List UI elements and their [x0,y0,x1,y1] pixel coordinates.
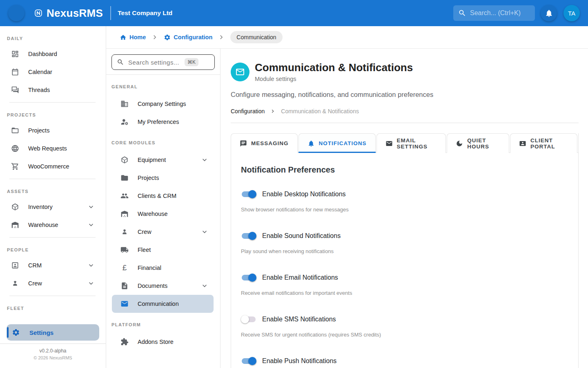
document-icon [120,282,129,290]
sidebar-item-crm[interactable]: CRM [0,256,106,274]
crew-icon [11,279,19,287]
chevron-right-icon [217,33,225,41]
menu-button[interactable] [8,5,24,21]
toggle-switch-enable-push-notifications[interactable] [241,357,256,365]
settings-nav-section-platform: PLATFORM Addons Store [106,322,220,351]
sidebar-nav: DAILY Dashboard Calendar Threads PROJECT… [0,36,106,311]
settings-nav-item-projects[interactable]: Projects [112,169,214,187]
crew-icon [120,228,129,236]
brand[interactable]: NexusRMS [34,7,103,20]
toggle-label: Enable Sound Notifications [262,232,341,240]
contact-badge-icon [519,140,526,147]
sidebar-item-calendar[interactable]: Calendar [0,63,106,81]
puzzle-icon [120,338,129,346]
settings-nav-item-label: Crew [138,229,151,235]
tab-label: NOTIFICATIONS [319,140,367,146]
group-icon [120,192,129,200]
switch-thumb [248,232,256,240]
settings-nav-item-addons-store[interactable]: Addons Store [112,333,214,351]
toggle-switch-enable-sms-notifications[interactable] [241,315,256,323]
breadcrumb-link-home[interactable]: Home [120,34,146,41]
toggle-description: Show browser notifications for new messa… [241,206,568,213]
company-name: Test Company Ltd [118,9,172,17]
sidebar-item-warehouse[interactable]: Warehouse [0,216,106,234]
brand-name: NexusRMS [47,7,103,20]
switch-thumb [248,190,256,198]
copyright-text: © 2026 NexusRMS [0,355,106,360]
tab-quiet-hours[interactable]: QUIET HOURS [447,133,509,153]
settings-nav-item-equipment[interactable]: Equipment [112,151,214,169]
tab-messaging[interactable]: MESSAGING [231,133,298,153]
settings-nav-item-company-settings[interactable]: Company Settings [112,95,214,113]
settings-nav-item-warehouse[interactable]: Warehouse [112,205,214,223]
building-icon [120,100,129,108]
sidebar-section-daily: DAILY Dashboard Calendar Threads [0,36,106,99]
toggle-label: Enable Email Notifications [262,274,338,281]
chevron-down-icon [200,156,209,164]
settings-nav-item-communication[interactable]: Communication [112,295,214,313]
gear-icon [12,328,20,337]
sidebar-item-label: Crew [28,280,42,287]
nexusrms-logo-icon [34,9,42,17]
sub-breadcrumb-parent[interactable]: Configuration [231,108,265,114]
breadcrumb: HomeConfigurationCommunication [120,31,283,43]
sidebar-item-dashboard[interactable]: Dashboard [0,45,106,63]
sidebar-item-projects[interactable]: Projects [0,121,106,139]
footer-divider [0,343,106,344]
global-search[interactable] [453,5,535,21]
tab-email-settings[interactable]: EMAIL SETTINGS [376,133,446,153]
tab-client-portal[interactable]: CLIENT PORTAL [510,133,577,153]
settings-sidebar: ⌘K GENERAL Company Settings My Preferenc… [106,49,220,368]
sidebar-item-web-requests[interactable]: Web Requests [0,139,106,157]
sidebar-item-settings[interactable]: Settings [7,324,99,341]
chevron-down-icon [87,261,95,269]
page-description: Configure messaging, notifications, and … [231,91,579,99]
sidebar-item-label: Inventory [28,204,53,210]
settings-search-input[interactable] [128,59,180,66]
toggle-row-enable-sms-notifications: Enable SMS Notifications Receive SMS for… [241,314,568,338]
topbar-divider [110,6,111,20]
sidebar-item-inventory[interactable]: Inventory [0,198,106,216]
notifications-button[interactable] [541,5,557,21]
section-label: CORE MODULES [111,140,215,145]
switch-thumb [248,357,256,365]
settings-nav-item-my-preferences[interactable]: My Preferences [112,113,214,131]
globe-icon [11,144,19,153]
settings-nav-item-label: Equipment [138,157,166,163]
settings-nav-item-fleet[interactable]: Fleet [112,241,214,259]
sidebar-item-crew[interactable]: Crew [0,274,106,292]
settings-nav-section-core-modules: CORE MODULES Equipment Projects Clients … [106,140,220,313]
settings-nav-item-documents[interactable]: Documents [112,277,214,295]
top-bar: NexusRMS Test Company Ltd TA [0,0,588,26]
toggle-switch-enable-desktop-notifications[interactable] [241,190,256,198]
breadcrumb-current: Communication [230,31,282,43]
settings-nav-item-financial[interactable]: £ Financial [112,259,214,277]
settings-nav-item-label: Warehouse [138,211,168,217]
settings-nav-item-crew[interactable]: Crew [112,223,214,241]
chevron-right-icon [270,108,276,114]
sidebar-item-threads[interactable]: Threads [0,81,106,99]
toggle-row-enable-sound-notifications: Enable Sound Notifications Play sound wh… [241,230,568,255]
tab-notifications[interactable]: NOTIFICATIONS [298,133,376,153]
settings-nav-item-clients-crm[interactable]: Clients & CRM [112,187,214,205]
tab-label: MESSAGING [251,140,289,146]
settings-nav-item-label: My Preferences [138,119,179,125]
toggle-description: Receive email notifications for importan… [241,290,568,296]
tab-label: QUIET HOURS [467,137,500,150]
panel-heading: Notification Preferences [241,165,568,175]
box-icon [11,203,19,211]
sidebar-item-woocommerce[interactable]: WooCommerce [0,157,106,175]
breadcrumb-link-configuration[interactable]: Configuration [164,34,212,41]
global-search-input[interactable] [470,9,530,17]
toggle-description: Receive SMS for urgent notifications (re… [241,332,568,338]
settings-nav-item-label: Clients & CRM [138,193,176,199]
module-header: Communication & Notifications Module set… [231,61,579,82]
bell-icon [307,140,315,147]
settings-search[interactable]: ⌘K [111,54,215,70]
pound-icon: £ [120,264,129,272]
moon-icon [456,140,463,147]
section-label: FLEET [7,306,99,311]
toggle-switch-enable-email-notifications[interactable] [241,274,256,282]
avatar[interactable]: TA [564,5,580,21]
toggle-switch-enable-sound-notifications[interactable] [241,232,256,240]
